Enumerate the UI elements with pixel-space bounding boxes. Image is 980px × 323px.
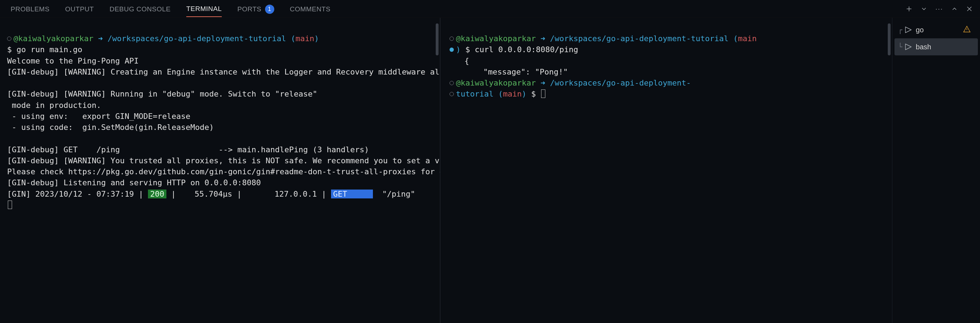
prompt-user: @kaiwalyakoparkar (456, 78, 536, 88)
new-terminal-button[interactable] (905, 5, 913, 13)
chevron-up-icon (951, 5, 958, 13)
terminal-cursor (541, 89, 545, 98)
left-output-engine-warning: [GIN-debug] [WARNING] Creating an Engine… (7, 67, 440, 76)
terminal-list-label: bash (916, 43, 931, 51)
prompt-path-wrap: /workspaces/go-api-deployment- (550, 78, 691, 88)
prompt-path: /workspaces/go-api-deployment-tutorial (550, 34, 729, 43)
prompt-marker-icon (7, 37, 11, 41)
left-output-proxy-warning: [GIN-debug] [WARNING] You trusted all pr… (7, 156, 440, 165)
tree-branch-icon: └ (898, 43, 902, 51)
left-output-route: [GIN-debug] GET /ping --> main.handlePin… (7, 145, 369, 154)
prompt-branch: main (738, 34, 757, 43)
terminal-box-icon (904, 26, 912, 34)
left-request-line: [GIN] 2023/10/12 - 07:37:19 | 200 | 55.7… (7, 189, 415, 199)
left-output-env-hint: - using env: export GIN_MODE=release (7, 112, 191, 121)
terminal-list: ┌ go └ bash (892, 18, 980, 323)
right-output-message: "message": "Pong!" (465, 67, 568, 76)
prompt-branch: main (296, 34, 314, 43)
close-icon (966, 5, 973, 13)
terminal-pane-right[interactable]: @kaiwalyakoparkar ➜ /workspaces/go-api-d… (440, 18, 892, 323)
prompt-marker-icon (450, 37, 454, 41)
new-terminal-dropdown[interactable] (920, 5, 928, 13)
left-output-proxy-link: Please check https://pkg.go.dev/github.c… (7, 167, 440, 176)
tree-branch-icon: ┌ (898, 25, 902, 34)
prompt-paren-open: ( (498, 89, 503, 98)
terminal-list-label: go (916, 26, 924, 34)
tab-problems[interactable]: PROBLEMS (11, 1, 50, 17)
ports-count-badge: 1 (265, 5, 274, 14)
left-output-listen: [GIN-debug] Listening and serving HTTP o… (7, 178, 261, 187)
left-output-code-hint: - using code: gin.SetMode(gin.ReleaseMod… (7, 123, 214, 132)
terminal-list-item-go[interactable]: ┌ go (894, 21, 978, 38)
prompt-paren-open: ( (733, 34, 738, 43)
prompt-branch: main (503, 89, 522, 98)
http-method-badge: GET (331, 189, 373, 199)
left-output-debug-mode-l1: [GIN-debug] [WARNING] Running in "debug"… (7, 89, 317, 98)
scrollbar-thumb[interactable] (436, 24, 439, 56)
close-panel-button[interactable] (966, 5, 973, 13)
prompt-user: @kaiwalyakoparkar (13, 34, 93, 43)
prompt-paren-open: ( (291, 34, 296, 43)
left-output-debug-mode-l2: mode in production. (7, 101, 101, 110)
prompt-dollar: $ (7, 45, 12, 54)
left-command: go run main.go (17, 45, 82, 54)
prompt-dollar: $ (531, 89, 536, 98)
panel-actions: ··· (905, 5, 973, 13)
maximize-panel-button[interactable] (951, 5, 958, 13)
prompt-path: /workspaces/go-api-deployment-tutorial (108, 34, 286, 43)
tab-ports[interactable]: PORTS 1 (237, 0, 274, 18)
chevron-down-icon (920, 5, 928, 13)
status-code-badge: 200 (148, 189, 166, 199)
prompt-path-tail: tutorial (456, 89, 493, 98)
prompt-arrow-icon: ➜ (98, 34, 103, 43)
more-actions-button[interactable]: ··· (935, 5, 943, 13)
terminal-box-icon (904, 43, 912, 51)
terminal-workspace: @kaiwalyakoparkar ➜ /workspaces/go-api-d… (0, 18, 980, 323)
prompt-arrow-icon: ➜ (540, 34, 545, 43)
prompt-marker-icon (450, 81, 454, 85)
tab-output[interactable]: OUTPUT (65, 1, 94, 17)
prompt-dollar: $ (466, 45, 470, 54)
terminal-list-item-bash[interactable]: └ bash (894, 38, 978, 56)
tab-comments[interactable]: COMMENTS (290, 1, 331, 17)
right-output-brace-open: { (465, 56, 469, 65)
prompt-paren-close: ) (456, 45, 461, 54)
running-marker-icon (450, 48, 454, 52)
tab-ports-label: PORTS (237, 5, 261, 13)
prompt-user: @kaiwalyakoparkar (456, 34, 536, 43)
prompt-paren-close: ) (522, 89, 526, 98)
prompt-paren-close: ) (314, 34, 319, 43)
terminal-pane-left[interactable]: @kaiwalyakoparkar ➜ /workspaces/go-api-d… (0, 18, 440, 323)
warning-icon (963, 25, 974, 35)
prompt-arrow-icon: ➜ (540, 78, 545, 88)
right-command: curl 0.0.0.0:8080/ping (475, 45, 578, 54)
tab-debug-console[interactable]: DEBUG CONSOLE (110, 1, 171, 17)
panel-tabbar: PROBLEMS OUTPUT DEBUG CONSOLE TERMINAL P… (0, 0, 980, 18)
tab-terminal[interactable]: TERMINAL (186, 1, 222, 17)
scrollbar-thumb[interactable] (888, 24, 891, 56)
left-output-welcome: Welcome to the Ping-Pong API (7, 56, 139, 65)
prompt-marker-icon (450, 92, 454, 96)
plus-icon (905, 5, 913, 13)
terminal-cursor (8, 200, 12, 209)
